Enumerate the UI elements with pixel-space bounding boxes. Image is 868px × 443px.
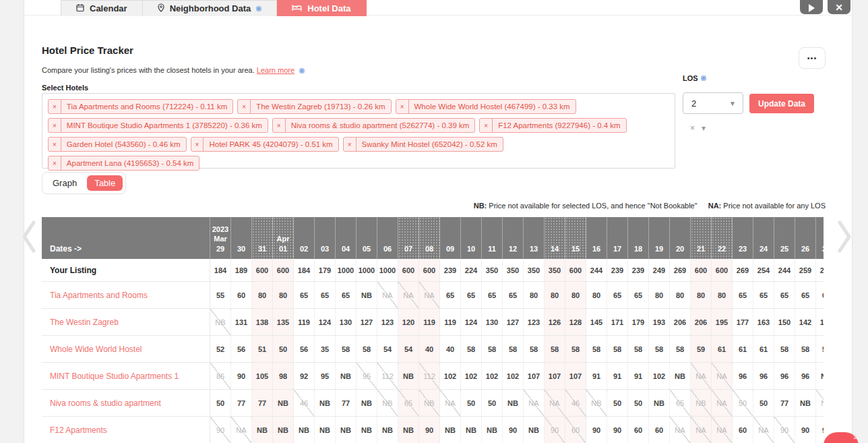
price-cell: 65 (607, 282, 628, 308)
price-cell: 600 (273, 259, 294, 281)
more-options-button[interactable]: ••• (799, 47, 826, 69)
price-cell: NA (440, 390, 461, 416)
remove-tag-icon[interactable]: × (49, 119, 61, 132)
price-cell: 127 (503, 309, 524, 335)
price-cell: NB (691, 390, 712, 416)
price-cell: 112 (419, 363, 440, 389)
date-column-header: 05 (356, 217, 377, 259)
price-cell: NA (753, 417, 774, 443)
scroll-right-icon[interactable] (836, 220, 853, 256)
price-cell: 102 (503, 363, 524, 389)
date-column-header: Apr01 (273, 217, 294, 259)
remove-tag-icon[interactable]: × (49, 156, 61, 170)
hotel-tag-label: MINT Boutique Studio Apartments 1 (37852… (61, 119, 268, 132)
date-column-header: 18 (628, 217, 649, 259)
remove-tag-icon[interactable]: × (49, 100, 61, 113)
hotel-row-label[interactable]: Whole Wide World Hostel (42, 336, 210, 362)
price-cell: 1000 (356, 259, 377, 281)
remove-tag-icon[interactable]: × (238, 100, 251, 113)
remove-tag-icon[interactable]: × (344, 138, 356, 151)
remove-tag-icon[interactable]: × (49, 138, 61, 151)
price-cell: 46 (294, 390, 315, 416)
los-info-icon[interactable] (701, 76, 706, 81)
price-cell: 80 (565, 282, 586, 308)
price-cell: 600 (712, 259, 733, 281)
close-button[interactable]: ✕ (828, 0, 850, 14)
hotel-tag-label: Apartment Lana (4195653) - 0.54 km (61, 156, 199, 170)
hotel-row-label[interactable]: The Westin Zagreb (42, 309, 210, 335)
date-column-header: 21 (691, 217, 712, 259)
close-icon: ✕ (835, 3, 843, 12)
play-button[interactable] (800, 0, 823, 14)
remove-tag-icon[interactable]: × (396, 100, 409, 113)
na-text: Price not available for any LOS (723, 202, 826, 210)
price-cell: 51 (252, 336, 273, 362)
table-row: F12 Apartments90NANBNBNBNBNBNBNBNB90NBNB… (42, 417, 824, 443)
tab-neighborhood-data[interactable]: Neighborhood Data (143, 0, 278, 16)
price-cell: NB (356, 417, 377, 443)
date-column-header: 30 (231, 217, 252, 259)
price-cell: 65 (503, 282, 524, 308)
update-data-button[interactable]: Update Data (749, 94, 814, 113)
hotel-row-label[interactable]: Niva rooms & studio apartment (42, 390, 210, 416)
price-cell: 58 (524, 336, 545, 362)
scroll-left-icon[interactable] (20, 220, 38, 256)
price-cell: 58 (336, 336, 356, 362)
price-cell: 80 (649, 282, 670, 308)
info-icon (256, 6, 261, 11)
remove-tag-icon[interactable]: × (273, 119, 286, 132)
price-cell: 55 (210, 282, 231, 308)
date-column-header: 20 (670, 217, 691, 259)
tab-calendar[interactable]: Calendar (61, 0, 143, 16)
hotel-row-label[interactable]: Tia Apartments and Rooms (42, 282, 210, 308)
hotel-multiselect[interactable]: ×Tia Apartments and Rooms (712224) - 0.1… (42, 93, 675, 169)
price-cell: 54 (377, 336, 398, 362)
chat-bubble[interactable]: 1 (824, 432, 859, 443)
remove-tag-icon[interactable]: × (480, 119, 493, 132)
learn-more-link[interactable]: Learn more (257, 66, 294, 74)
graph-toggle[interactable]: Graph (45, 175, 84, 191)
price-cell: 189 (231, 259, 252, 281)
price-cell: 206 (691, 309, 712, 335)
table-toggle[interactable]: Table (87, 175, 123, 191)
price-cell: 65 (774, 282, 795, 308)
price-cell: 77 (252, 390, 273, 416)
price-cell: 46 (565, 390, 586, 416)
price-cell: 206 (670, 309, 691, 335)
price-cell: 600 (398, 259, 419, 281)
price-cell: 52 (210, 336, 231, 362)
price-cell: 59 (691, 336, 712, 362)
clear-all-icon[interactable]: × (690, 123, 695, 133)
info-icon[interactable] (299, 68, 305, 73)
remove-tag-icon[interactable]: × (191, 138, 204, 151)
los-value: 2 (691, 98, 696, 109)
price-cell: 60 (733, 417, 753, 443)
price-cell: NB (315, 390, 336, 416)
price-cell: 600 (419, 259, 440, 281)
hotel-row-label[interactable]: F12 Apartments (42, 417, 210, 443)
tab-bar: CalendarNeighborhood DataHotel Data (61, 0, 367, 16)
price-cell: 90 (210, 417, 231, 443)
date-column-header: 10 (461, 217, 482, 259)
calendar-icon (76, 3, 84, 14)
price-cell: 80 (586, 282, 607, 308)
hotel-row-label[interactable]: MINT Boutique Studio Apartments 1 (42, 363, 210, 389)
price-cell: 65 (733, 282, 753, 308)
date-column-header: 07 (398, 217, 419, 259)
price-cell: 249 (649, 259, 670, 281)
right-margin (852, 0, 868, 443)
price-cell: 96 (795, 363, 816, 389)
nb-text: Price not available for selected LOS, an… (489, 202, 697, 210)
play-icon (809, 4, 815, 12)
price-cell: NB (356, 282, 377, 308)
los-label: LOS (683, 74, 706, 82)
price-cell: NB (398, 417, 419, 443)
tab-label: Calendar (90, 3, 127, 13)
los-select[interactable]: 2 ▼ (683, 92, 743, 114)
price-cell: 130 (482, 309, 503, 335)
price-cell: 239 (628, 259, 649, 281)
date-column-header: 08 (419, 217, 440, 259)
price-cell: 163 (753, 309, 774, 335)
tab-hotel-data[interactable]: Hotel Data (277, 0, 366, 16)
chevron-down-icon[interactable]: ▾ (702, 123, 706, 133)
